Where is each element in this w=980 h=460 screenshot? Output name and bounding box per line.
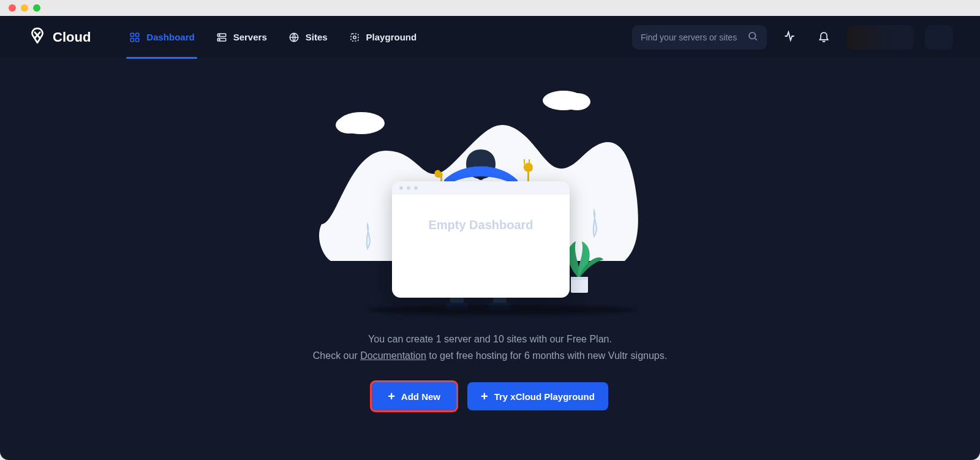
activity-button[interactable] bbox=[778, 26, 801, 49]
cta-row: + Add New + Try xCloud Playground bbox=[372, 382, 608, 410]
nav-playground-label: Playground bbox=[366, 32, 417, 42]
desc-line-2: Check our Documentation to get free host… bbox=[313, 347, 667, 364]
svg-rect-0 bbox=[131, 33, 134, 36]
empty-dashboard-card: Empty Dashboard bbox=[392, 181, 570, 298]
add-new-label: Add New bbox=[401, 391, 440, 402]
try-playground-label: Try xCloud Playground bbox=[494, 391, 595, 402]
nav-sites-label: Sites bbox=[306, 32, 328, 42]
nav-sites[interactable]: Sites bbox=[287, 16, 329, 58]
svg-rect-9 bbox=[351, 34, 358, 41]
svg-point-13 bbox=[336, 116, 363, 134]
svg-rect-19 bbox=[524, 159, 525, 164]
app-header: Cloud Dashboard Ser bbox=[0, 16, 980, 59]
brand-name: Cloud bbox=[53, 29, 91, 45]
nav-servers[interactable]: Servers bbox=[214, 16, 268, 58]
main-content: Empty Dashboard You can create 1 server … bbox=[0, 59, 980, 460]
window-close-button[interactable] bbox=[9, 4, 16, 12]
app-root: Cloud Dashboard Ser bbox=[0, 16, 980, 460]
add-new-button[interactable]: + Add New bbox=[372, 382, 456, 410]
svg-point-11 bbox=[749, 32, 756, 39]
playground-icon bbox=[349, 31, 361, 43]
search-input[interactable]: Find your servers or sites bbox=[632, 25, 767, 50]
try-playground-button[interactable]: + Try xCloud Playground bbox=[467, 382, 608, 410]
globe-icon bbox=[288, 31, 300, 43]
window-minimize-button[interactable] bbox=[21, 4, 28, 12]
search-icon bbox=[747, 31, 758, 43]
servers-icon bbox=[216, 31, 228, 43]
svg-rect-20 bbox=[529, 159, 530, 164]
svg-rect-3 bbox=[131, 38, 134, 41]
header-extra-button[interactable] bbox=[925, 25, 953, 50]
documentation-link[interactable]: Documentation bbox=[360, 350, 426, 361]
svg-point-10 bbox=[353, 36, 356, 39]
desc-line-1: You can create 1 server and 10 sites wit… bbox=[313, 331, 667, 347]
nav-playground[interactable]: Playground bbox=[347, 16, 418, 58]
bell-icon bbox=[818, 30, 830, 45]
svg-point-15 bbox=[564, 93, 590, 110]
dashboard-icon bbox=[129, 31, 141, 43]
svg-rect-17 bbox=[571, 277, 588, 280]
svg-point-7 bbox=[219, 39, 220, 40]
profile-area[interactable] bbox=[846, 25, 914, 50]
brand-logo-icon bbox=[27, 25, 48, 50]
brand-logo[interactable]: Cloud bbox=[27, 25, 91, 50]
window-titlebar bbox=[0, 0, 980, 16]
illustration-shadow bbox=[368, 305, 637, 315]
nav-dashboard[interactable]: Dashboard bbox=[127, 16, 195, 58]
card-header-dots bbox=[392, 181, 570, 195]
empty-dashboard-title: Empty Dashboard bbox=[392, 218, 570, 232]
nav-dashboard-label: Dashboard bbox=[146, 32, 194, 42]
header-actions: Find your servers or sites bbox=[632, 25, 953, 50]
svg-rect-2 bbox=[136, 38, 139, 41]
empty-state-illustration: Empty Dashboard bbox=[294, 77, 686, 322]
nav-servers-label: Servers bbox=[233, 32, 267, 42]
activity-icon bbox=[783, 30, 796, 45]
empty-state-description: You can create 1 server and 10 sites wit… bbox=[313, 331, 667, 364]
primary-nav: Dashboard Servers Site bbox=[127, 16, 418, 58]
search-placeholder: Find your servers or sites bbox=[641, 32, 741, 42]
svg-point-6 bbox=[219, 34, 220, 36]
svg-rect-1 bbox=[136, 33, 139, 36]
window-zoom-button[interactable] bbox=[33, 4, 40, 12]
notifications-button[interactable] bbox=[812, 26, 835, 49]
